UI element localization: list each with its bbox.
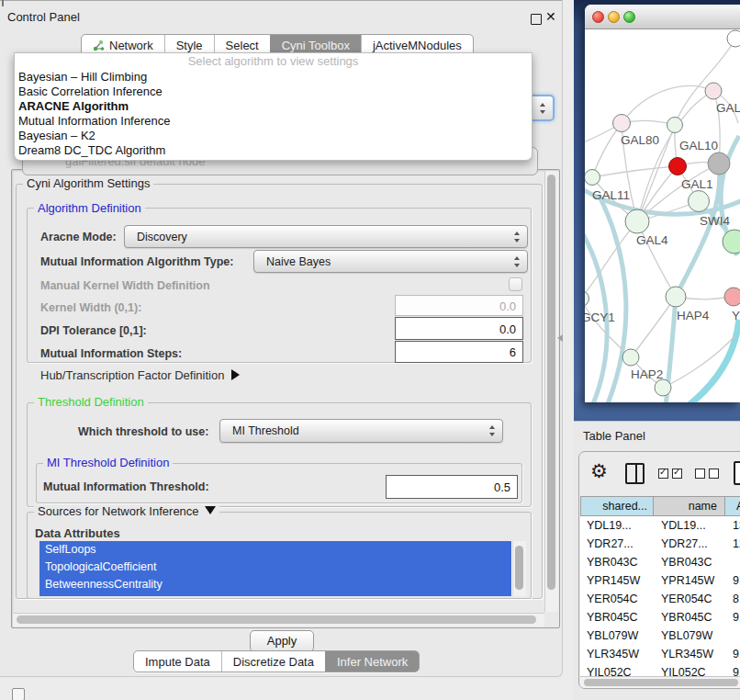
minimized-panel-icon[interactable] (12, 688, 25, 700)
data-attributes-label: Data Attributes (35, 526, 120, 540)
unchecked-checkbox-icon[interactable] (709, 469, 719, 479)
combobox-stepper-icon (514, 231, 521, 243)
float-panel-icon[interactable] (531, 14, 542, 25)
checked-checkbox-icon[interactable]: ✓ (672, 469, 682, 479)
window-top-edge (0, 0, 562, 1)
kernel-width-input[interactable]: 0.0 (395, 295, 523, 316)
gear-icon[interactable]: ⚙ (590, 460, 608, 482)
threshold-definition-title: Threshold Definition (34, 395, 148, 409)
dropdown-item-mutual-information[interactable]: Mutual Information Inference (15, 114, 532, 129)
mi-threshold-input[interactable]: 0.5 (386, 475, 518, 499)
table-header-row: shared... name A (580, 496, 740, 516)
document-icon[interactable] (734, 461, 740, 485)
tab-infer-network[interactable]: Infer Network (325, 651, 419, 672)
close-window-icon[interactable] (592, 11, 604, 23)
attribute-list-scrollbar[interactable] (512, 541, 526, 596)
table-row[interactable]: YPR145WYPR145W9. (580, 571, 740, 590)
columns-icon[interactable] (625, 463, 645, 484)
network-window: GAL GAL80 GAL10 GAL1 GAL11 SWI4 GAL4 GCY… (585, 5, 740, 402)
table-panel: Table Panel ⚙ ✓ ✓ shared... name A YDL19… (574, 421, 740, 700)
mi-steps-input[interactable]: 6 (395, 341, 523, 363)
tab-discretize-data[interactable]: Discretize Data (221, 651, 325, 672)
apply-button[interactable]: Apply (250, 630, 314, 652)
close-panel-icon[interactable]: ✕ (545, 9, 556, 24)
manual-kernel-checkbox[interactable] (509, 277, 522, 291)
table-row[interactable]: YBL079WYBL079W (580, 627, 740, 645)
table-panel-body: ⚙ ✓ ✓ shared... name A YDL19...YDL19...1… (578, 451, 740, 689)
combobox-stepper-icon (514, 256, 521, 267)
column-header-name[interactable]: name (654, 496, 725, 516)
column-header-shared-name[interactable]: shared... (580, 496, 654, 516)
unchecked-checkbox-icon[interactable] (695, 469, 705, 479)
table-row[interactable]: YDL19...YDL19...13 (580, 516, 740, 535)
table-row[interactable]: YLR345WYLR345W9. (580, 645, 740, 663)
mi-algorithm-type-combobox[interactable]: Naive Bayes (253, 250, 528, 273)
network-canvas[interactable]: GAL GAL80 GAL10 GAL1 GAL11 SWI4 GAL4 GCY… (585, 29, 740, 402)
settings-vertical-scrollbar[interactable] (544, 171, 558, 612)
network-node-partial-top[interactable] (727, 30, 740, 47)
network-node-hap2[interactable] (622, 349, 639, 366)
table-row[interactable]: YER054CYER054C8. (580, 590, 740, 608)
network-node-gcy1[interactable] (585, 291, 589, 307)
minimize-window-icon[interactable] (608, 11, 620, 23)
mi-threshold-group-title: MI Threshold Definition (43, 456, 173, 469)
node-label: Y (732, 309, 740, 322)
dropdown-item-aracne[interactable]: ARACNE Algorithm (15, 99, 532, 114)
combobox-stepper-icon (540, 103, 546, 114)
which-threshold-combobox[interactable]: MI Threshold (219, 419, 503, 443)
table-body[interactable]: YDL19...YDL19...13 YDR27...YDR27...12 YB… (580, 516, 740, 676)
mi-algorithm-type-label: Mutual Information Algorithm Type: (40, 255, 233, 268)
mi-threshold-label: Mutual Information Threshold: (43, 480, 209, 493)
expanded-arrow-icon (205, 506, 216, 514)
network-node-red[interactable] (669, 158, 687, 175)
network-edge-cyan (688, 320, 739, 402)
node-label: GAL4 (636, 233, 668, 247)
table-row[interactable]: YBR043CYBR043C (580, 553, 740, 571)
checked-checkbox-icon[interactable]: ✓ (658, 469, 668, 479)
table-row[interactable]: YBR045CYBR045C9. (580, 608, 740, 627)
network-node-gal-top[interactable] (705, 83, 722, 99)
collapsed-arrow-icon (231, 369, 240, 380)
table-horizontal-scrollbar[interactable] (580, 676, 740, 688)
settings-horizontal-scrollbar[interactable] (13, 613, 544, 627)
list-item-topologicalcoefficient[interactable]: TopologicalCoefficient (39, 559, 511, 576)
dropdown-item-bayesian-hill-climbing[interactable]: Bayesian – Hill Climbing (15, 70, 532, 85)
network-node-gal4[interactable] (625, 209, 649, 233)
dropdown-item-basic-correlation[interactable]: Basic Correlation Inference (15, 85, 532, 99)
network-node-salmon[interactable] (724, 288, 740, 306)
network-node-gray[interactable] (708, 152, 730, 175)
zoom-window-icon[interactable] (623, 11, 635, 23)
node-label: GAL11 (592, 188, 630, 202)
list-item-gal4rgexp[interactable]: gal4RGexp (39, 593, 511, 596)
mi-steps-label: Mutual Information Steps: (40, 347, 182, 360)
network-node-gal1[interactable] (689, 191, 710, 212)
dropdown-item-dream8[interactable]: Dream8 DC_TDC Algorithm (15, 143, 532, 158)
table-row[interactable]: YIL052CYIL052C9. (580, 663, 740, 676)
network-node-partial-bottom[interactable] (655, 379, 671, 396)
network-node-gal10[interactable] (667, 118, 683, 133)
network-window-titlebar[interactable] (585, 5, 740, 29)
dropdown-item-bayesian-k2[interactable]: Bayesian – K2 (15, 129, 532, 143)
list-item-selfloops[interactable]: SelfLoops (39, 541, 511, 559)
node-label: HAP4 (677, 309, 710, 322)
network-node-hap4[interactable] (666, 287, 686, 307)
dropdown-placeholder: Select algorithm to view settings (15, 53, 532, 70)
splitter-handle[interactable] (557, 334, 563, 342)
dpi-tolerance-input[interactable]: 0.0 (395, 317, 523, 340)
node-label: GAL1 (681, 177, 713, 191)
sources-title[interactable]: Sources for Network Inference (34, 504, 219, 518)
node-label: GCY1 (585, 310, 615, 324)
aracne-mode-combobox[interactable]: Discovery (124, 225, 528, 248)
network-node-gal80[interactable] (613, 115, 631, 132)
column-header-partial[interactable]: A (725, 496, 740, 516)
hub-definition-toggle[interactable]: Hub/Transcription Factor Definition (40, 368, 240, 382)
data-attributes-list[interactable]: SelfLoops TopologicalCoefficient Between… (39, 541, 526, 596)
list-item-betweennesscentrality[interactable]: BetweennessCentrality (39, 576, 511, 593)
control-panel: Control Panel ✕ Network Style Select Cyn… (0, 0, 563, 677)
node-label: GAL10 (679, 139, 718, 152)
network-node-gal11[interactable] (585, 170, 600, 186)
table-row[interactable]: YDR27...YDR27...12 (580, 535, 740, 553)
aracne-mode-label: Aracne Mode: (40, 231, 117, 243)
network-desktop: GAL GAL80 GAL10 GAL1 GAL11 SWI4 GAL4 GCY… (574, 0, 740, 421)
tab-impute-data[interactable]: Impute Data (134, 651, 221, 672)
